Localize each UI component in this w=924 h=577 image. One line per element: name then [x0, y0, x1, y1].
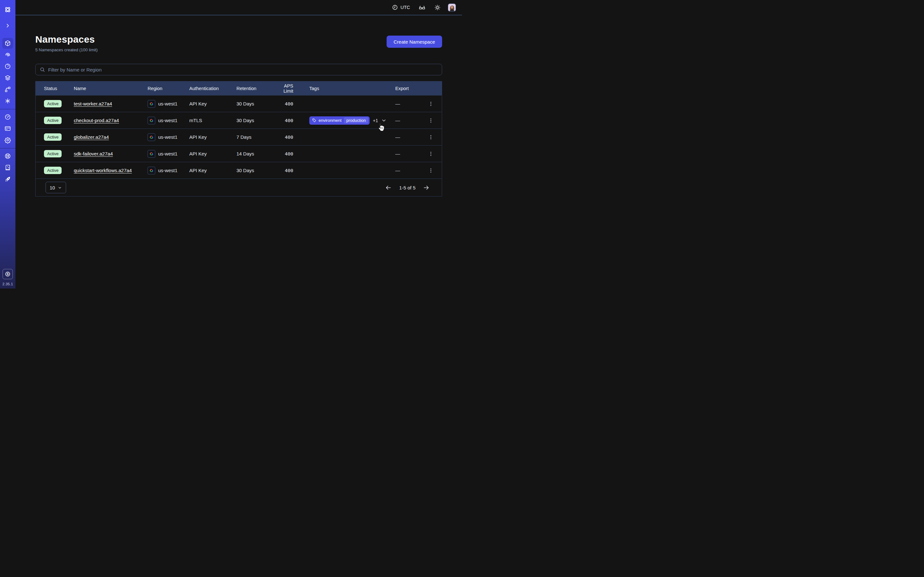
sidebar-item-namespaces[interactable]	[2, 38, 13, 49]
tag-key: environment	[318, 118, 342, 123]
pagination-bar: 10 1-5 of 5	[36, 179, 442, 196]
sidebar-item-support[interactable]	[2, 151, 13, 161]
export-cell: —	[392, 168, 420, 173]
create-namespace-button[interactable]: Create Namespace	[387, 35, 442, 48]
sidebar-item-task-queues[interactable]	[2, 73, 13, 83]
table-row: Active quickstart-workflows.a27a4 us-wes…	[36, 162, 442, 179]
retention-cell: 30 Days	[236, 168, 273, 173]
export-cell: —	[392, 101, 420, 106]
namespace-link[interactable]: quickstart-workflows.a27a4	[74, 168, 132, 173]
page-size-select[interactable]: 10	[45, 182, 66, 193]
sidebar-item-insights[interactable]	[2, 49, 13, 60]
chevron-down-icon	[58, 185, 62, 190]
region-label: us-west1	[158, 118, 178, 123]
table-row: Active checkout-prod.a27a4 us-west1 mTLS…	[36, 112, 442, 129]
row-menu-button[interactable]	[427, 166, 435, 175]
retention-cell: 14 Days	[236, 151, 273, 156]
gcp-cloud-icon	[148, 133, 155, 141]
search-icon	[39, 67, 45, 73]
row-menu-button[interactable]	[427, 116, 435, 125]
region-cell: us-west1	[148, 167, 189, 174]
tag-badge[interactable]: environment production	[309, 116, 370, 125]
user-avatar[interactable]	[448, 3, 456, 11]
auth-cell: API Key	[189, 151, 236, 156]
namespaces-table: Status Name Region Authentication Retent…	[35, 81, 442, 197]
page-size-value: 10	[50, 185, 55, 190]
region-label: us-west1	[158, 168, 178, 173]
namespace-link[interactable]: test-worker.a27a4	[74, 101, 112, 106]
export-cell: —	[392, 134, 420, 140]
retention-cell: 7 Days	[236, 134, 273, 140]
column-header-region: Region	[148, 86, 189, 91]
region-label: us-west1	[158, 134, 178, 140]
credits-button[interactable]: $	[3, 269, 13, 279]
column-header-tags: Tags	[293, 86, 392, 91]
sidebar: $ 2.35.1	[0, 0, 15, 288]
row-menu-button[interactable]	[427, 149, 435, 159]
column-header-export: Export	[392, 86, 420, 91]
sidebar-divider	[0, 148, 15, 148]
aps-limit-cell: 400	[273, 101, 293, 106]
gcp-cloud-icon	[148, 100, 155, 108]
svg-text:$: $	[7, 272, 9, 276]
row-menu-button[interactable]	[427, 132, 435, 142]
gcp-cloud-icon	[148, 150, 155, 158]
main-content: Namespaces 5 Namespaces created (100 lim…	[35, 15, 442, 197]
table-body: Active test-worker.a27a4 us-west1 API Ke…	[36, 95, 442, 179]
aps-limit-cell: 400	[273, 118, 293, 123]
sidebar-item-docs[interactable]	[2, 162, 13, 173]
column-header-status: Status	[36, 86, 74, 91]
table-row: Active test-worker.a27a4 us-west1 API Ke…	[36, 95, 442, 112]
sidebar-item-settings[interactable]	[2, 135, 13, 145]
export-cell: —	[392, 118, 420, 123]
next-page-button[interactable]	[423, 184, 430, 191]
tags-cell: environment production +1	[293, 116, 392, 125]
sidebar-item-schedules[interactable]	[2, 61, 13, 72]
namespace-link[interactable]: checkout-prod.a27a4	[74, 118, 119, 123]
export-cell: —	[392, 151, 420, 156]
filter-input-container	[35, 64, 442, 75]
aps-limit-cell: 400	[273, 151, 293, 156]
column-header-retention: Retention	[236, 86, 273, 91]
region-label: us-west1	[158, 101, 178, 106]
status-badge: Active	[44, 150, 61, 157]
topbar: UTC	[15, 0, 462, 15]
previous-page-button[interactable]	[385, 184, 392, 191]
status-badge: Active	[44, 100, 61, 107]
retention-cell: 30 Days	[236, 101, 273, 106]
light-theme-toggle-icon[interactable]	[434, 4, 441, 11]
auth-cell: mTLS	[189, 118, 236, 123]
region-cell: us-west1	[148, 150, 189, 158]
sidebar-item-billing[interactable]	[2, 123, 13, 134]
clock-icon	[392, 4, 398, 11]
table-header-row: Status Name Region Authentication Retent…	[36, 81, 442, 95]
column-header-name: Name	[74, 86, 148, 91]
filter-input[interactable]	[48, 67, 438, 73]
region-cell: us-west1	[148, 100, 189, 108]
gcp-cloud-icon	[148, 117, 155, 124]
reader-mode-icon[interactable]	[418, 4, 426, 11]
chevron-down-icon[interactable]	[381, 118, 387, 123]
region-cell: us-west1	[148, 117, 189, 124]
table-row: Active globalizer.a27a4 us-west1 API Key…	[36, 129, 442, 145]
temporal-logo-icon[interactable]	[2, 4, 13, 15]
gcp-cloud-icon	[148, 167, 155, 174]
pagination-range: 1-5 of 5	[399, 185, 415, 190]
expand-sidebar-button[interactable]	[2, 20, 13, 31]
sidebar-item-nexus[interactable]	[2, 95, 13, 106]
timezone-selector[interactable]: UTC	[392, 4, 410, 11]
namespace-link[interactable]: sdk-failover.a27a4	[74, 151, 113, 156]
auth-cell: API Key	[189, 134, 236, 140]
namespace-link[interactable]: globalizer.a27a4	[74, 134, 109, 140]
auth-cell: API Key	[189, 168, 236, 173]
region-cell: us-west1	[148, 133, 189, 141]
sidebar-item-usage[interactable]	[2, 111, 13, 122]
auth-cell: API Key	[189, 101, 236, 106]
aps-limit-cell: 400	[273, 135, 293, 140]
sidebar-item-getting-started[interactable]	[2, 174, 13, 185]
sidebar-item-deployments[interactable]	[2, 84, 13, 95]
column-header-authentication: Authentication	[189, 86, 236, 91]
row-menu-button[interactable]	[427, 99, 435, 109]
region-label: us-west1	[158, 151, 178, 156]
app-version: 2.35.1	[2, 282, 13, 286]
